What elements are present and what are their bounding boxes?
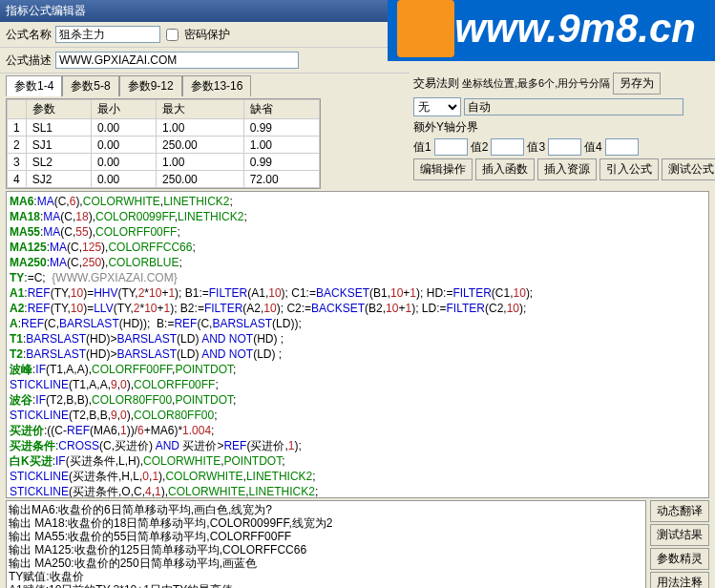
insert-res-button[interactable]: 插入资源 <box>537 158 597 180</box>
table-row[interactable]: 1SL10.001.000.99 <box>8 119 320 136</box>
val4-input[interactable] <box>605 138 639 156</box>
edit-op-button[interactable]: 编辑操作 <box>413 158 473 180</box>
val3-input[interactable] <box>548 138 581 156</box>
table-row[interactable]: 3SL20.001.000.99 <box>8 154 320 171</box>
output-box: 输出MA6:收盘价的6日简单移动平均,画白色,线宽为?输出 MA18:收盘价的1… <box>6 500 646 588</box>
dynamic-translate-button[interactable]: 动态翻译 <box>650 500 709 522</box>
code-editor[interactable]: MA6:MA(C,6),COLORWHITE,LINETHICK2; MA18:… <box>6 191 709 498</box>
formula-desc-label: 公式描述 <box>6 52 52 69</box>
test-result-button[interactable]: 测试结果 <box>650 524 709 546</box>
test-formula-button[interactable]: 测试公式 <box>662 158 715 180</box>
save-as-button[interactable]: 另存为 <box>613 73 661 94</box>
trade-rule-label: 交易法则 <box>413 75 459 92</box>
formula-name-input[interactable] <box>55 26 160 43</box>
table-row[interactable]: 2SJ10.00250.001.00 <box>8 136 320 154</box>
formula-desc-input[interactable] <box>55 52 299 69</box>
tab-params-1-4[interactable]: 参数1-4 <box>6 75 62 96</box>
insert-func-button[interactable]: 插入函数 <box>475 158 535 180</box>
formula-name-label: 公式名称 <box>6 27 52 43</box>
auto-input[interactable] <box>464 98 683 116</box>
param-table: 参数 最小 最大 缺省 1SL10.001.000.99 2SJ10.00250… <box>6 98 321 189</box>
import-formula-button[interactable]: 引入公式 <box>599 158 659 180</box>
param-wizard-button[interactable]: 参数精灵 <box>650 548 709 570</box>
tab-params-5-8[interactable]: 参数5-8 <box>62 75 118 96</box>
val1-input[interactable] <box>434 138 468 156</box>
password-checkbox[interactable] <box>166 29 179 41</box>
window-title: 指标公式编辑器 <box>0 0 715 22</box>
extra-y-label: 额外Y轴分界 <box>413 119 478 136</box>
tab-params-13-16[interactable]: 参数13-16 <box>182 75 252 96</box>
tab-params-9-12[interactable]: 参数9-12 <box>119 75 182 96</box>
rule-select[interactable]: 无 <box>413 97 461 116</box>
val2-input[interactable] <box>491 138 524 156</box>
password-label: 密码保护 <box>184 27 230 43</box>
usage-notes-button[interactable]: 用法注释 <box>650 572 709 588</box>
pos-label: 坐标线位置,最多6个,用分号分隔 <box>462 76 610 91</box>
table-row[interactable]: 4SJ20.00250.0072.00 <box>8 171 320 188</box>
